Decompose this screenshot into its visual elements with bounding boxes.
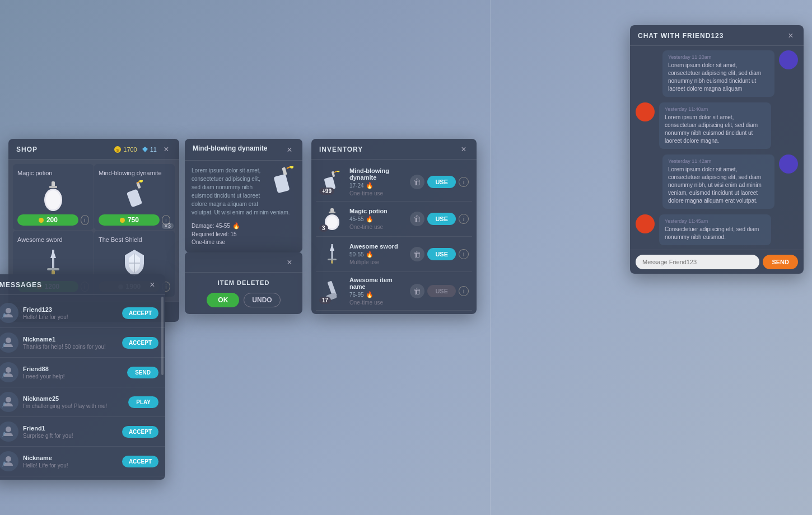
inv-delete-btn[interactable]: 🗑: [410, 212, 424, 226]
inv-info: Magic potion 45-55 🔥 One-time use: [349, 208, 405, 230]
chat-send-button[interactable]: SEND: [763, 255, 798, 269]
msg-sender: Friend1: [23, 425, 118, 432]
shop-item-info-btn-0[interactable]: i: [81, 215, 89, 225]
messages-header: MESSAGES ×: [0, 274, 165, 295]
svg-rect-35: [328, 259, 337, 260]
msg-content: Friend88 I need your help!: [23, 366, 123, 380]
shop-item-magic-potion[interactable]: Magic potion 200 i: [13, 164, 94, 230]
messages-title: MESSAGES: [0, 281, 42, 289]
messages-close-button[interactable]: ×: [147, 280, 157, 290]
msg-avatar: [0, 333, 18, 353]
item-detail-content: Lorem ipsum dolor sit amet, consectetuer…: [192, 166, 296, 222]
msg-action-btn[interactable]: ACCEPT: [122, 456, 158, 467]
item-stat-use: One-time use: [192, 239, 296, 245]
svg-point-39: [6, 308, 11, 313]
inv-delete-btn[interactable]: 🗑: [410, 284, 424, 298]
chat-title: CHAT WITH FRIEND123: [638, 32, 724, 40]
messages-scrollbar[interactable]: [161, 297, 164, 375]
inventory-panel: INVENTORY × +99 Mind-blowing dynamite 17…: [311, 139, 477, 314]
msg-text: Hello! Life for you!: [23, 314, 118, 320]
svg-rect-21: [282, 167, 287, 175]
msg-action-btn[interactable]: ACCEPT: [122, 337, 158, 349]
message-item: Friend88 I need your help! SEND: [0, 358, 165, 387]
delete-popup-close-button[interactable]: ×: [284, 258, 295, 268]
chat-avatar: [779, 154, 798, 174]
delete-ok-button[interactable]: OK: [207, 293, 239, 307]
msg-action-btn[interactable]: ACCEPT: [122, 307, 158, 319]
chat-message: Yesterday 11:40amLorem ipsum dolor sit a…: [636, 102, 798, 149]
svg-point-24: [290, 166, 293, 168]
chat-bubble: Yesterday 11:40amLorem ipsum dolor sit a…: [659, 102, 771, 149]
shop-close-button[interactable]: ×: [161, 144, 171, 154]
shop-title: SHOP: [16, 146, 38, 153]
delete-undo-button[interactable]: UNDO: [244, 293, 280, 307]
inventory-title: INVENTORY: [319, 146, 363, 153]
inv-item-name: Magic potion: [349, 208, 405, 214]
svg-rect-15: [47, 268, 59, 270]
msg-sender: Nickname1: [23, 336, 118, 343]
msg-text: I'm challenging you! Play with me!: [23, 403, 124, 409]
chat-bubble: Yesterday 11:20amLorem ipsum dolor sit a…: [662, 50, 774, 97]
chat-close-button[interactable]: ×: [786, 31, 796, 41]
chat-message: Yesterday 11:20amLorem ipsum dolor sit a…: [636, 50, 798, 97]
inventory-close-button[interactable]: ×: [459, 144, 469, 154]
panel-divider: [490, 0, 491, 515]
inv-use-btn[interactable]: USE: [427, 213, 456, 225]
msg-text: I need your help!: [23, 373, 123, 380]
inv-info-btn[interactable]: i: [459, 214, 469, 224]
fire-icon: 🔥: [366, 216, 374, 223]
chat-input[interactable]: [636, 255, 759, 269]
fire-icon: 🔥: [366, 251, 374, 258]
inv-use-btn[interactable]: USE: [427, 285, 456, 297]
inventory-item: +99 Mind-blowing dynamite 17-24 🔥 One-ti…: [316, 163, 472, 202]
shop-item-name-0: Magic potion: [17, 170, 52, 176]
shop-item-icon-0: [38, 180, 69, 211]
inv-use-btn[interactable]: USE: [427, 176, 456, 188]
inv-info-btn[interactable]: i: [459, 177, 469, 187]
inv-info-btn[interactable]: i: [459, 286, 469, 296]
inventory-header: INVENTORY ×: [311, 139, 477, 160]
message-item: Friend123 Hello! Life for you! ACCEPT: [0, 298, 165, 328]
svg-point-7: [39, 218, 44, 223]
item-detail-panel: Mind-blowing dynamite × Lorem ipsum dolo…: [185, 139, 302, 252]
item-stat-damage: Damage: 45-55 🔥: [192, 222, 296, 230]
inv-delete-btn[interactable]: 🗑: [410, 247, 424, 261]
chat-avatar: [636, 102, 655, 121]
msg-content: Friend123 Hello! Life for you!: [23, 306, 118, 320]
item-detail-close-button[interactable]: ×: [284, 145, 295, 155]
svg-text:$: $: [116, 148, 119, 153]
inventory-scroll[interactable]: +99 Mind-blowing dynamite 17-24 🔥 One-ti…: [311, 160, 477, 314]
delete-popup-buttons: OK UNDO: [192, 293, 296, 307]
svg-point-6: [46, 190, 60, 209]
item-detail-header: Mind-blowing dynamite ×: [185, 139, 302, 161]
item-detail-image: [269, 166, 296, 202]
svg-point-32: [326, 216, 338, 228]
inv-use-btn[interactable]: USE: [427, 248, 456, 260]
shop-item-dynamite[interactable]: Mind-blowing dynamite 750 i ×3: [94, 164, 175, 230]
inv-delete-btn[interactable]: 🗑: [410, 175, 424, 189]
msg-action-btn[interactable]: PLAY: [128, 396, 158, 408]
msg-text: Thanks for help! 50 coins for you!: [23, 344, 118, 350]
chat-bubble: Yesterday 11:45amConsectetuer adipiscing…: [659, 214, 771, 245]
inv-item-stats: 76-95 🔥: [349, 291, 405, 298]
inv-item-stats: 45-55 🔥: [349, 216, 405, 223]
item-detail-body: Lorem ipsum dolor sit amet, consectetuer…: [185, 161, 302, 252]
inv-item-stats: 17-24 🔥: [349, 182, 405, 189]
svg-point-43: [6, 427, 11, 432]
delete-label: ITEM DELETED: [192, 279, 296, 286]
shop-item-icon-2: [38, 246, 69, 278]
shop-item-name-2: Awesome sword: [17, 236, 63, 243]
chat-time: Yesterday 11:20am: [668, 54, 769, 60]
msg-sender: Nickname: [23, 455, 118, 461]
inv-item-stats: 50-55 🔥: [349, 251, 405, 258]
inv-badge: 3: [319, 224, 328, 232]
msg-avatar: [0, 451, 18, 471]
inv-info: Awesome item name 76-95 🔥 One-time use: [349, 277, 405, 306]
inv-info-btn[interactable]: i: [459, 249, 469, 259]
inv-item-use-type: Multiple use: [349, 259, 405, 265]
msg-action-btn[interactable]: ACCEPT: [122, 426, 158, 438]
msg-action-btn[interactable]: SEND: [127, 367, 158, 378]
msg-content: Nickname Hello! Life for you!: [23, 455, 118, 469]
shop-item-icon-1: [119, 180, 150, 211]
svg-rect-30: [329, 212, 335, 213]
